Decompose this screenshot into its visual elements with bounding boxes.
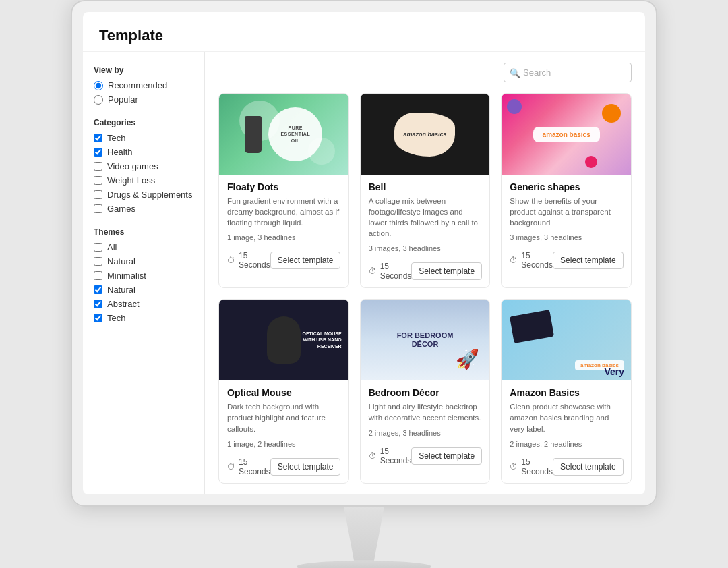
theme-natural[interactable]: Natural bbox=[94, 256, 193, 266]
theme-natural2[interactable]: Natural bbox=[94, 285, 193, 295]
template-duration-bell: 15 Seconds bbox=[380, 262, 412, 281]
select-template-bedroom-decor[interactable]: Select template bbox=[411, 447, 482, 465]
select-template-generic-shapes[interactable]: Select template bbox=[553, 252, 624, 269]
radio-recommended[interactable]: Recommended bbox=[94, 80, 193, 90]
themes-label: Themes bbox=[94, 227, 193, 237]
theme-abstract[interactable]: Abstract bbox=[94, 299, 193, 309]
categories-group: Categories Tech Health Vid bbox=[94, 118, 193, 214]
template-card-bell: amazon basics Bell A collage mix between… bbox=[360, 93, 491, 288]
theme-minimalist-label: Minimalist bbox=[107, 271, 146, 281]
templates-grid: PUREESSENTIALOIL Floaty Dots Fun gradien… bbox=[218, 93, 632, 484]
cat-games[interactable]: Games bbox=[94, 204, 193, 214]
cat-drugs-supplements-label: Drugs & Supplements bbox=[107, 190, 192, 200]
template-meta-bell: 3 images, 3 headlines bbox=[369, 244, 482, 252]
theme-natural-input[interactable] bbox=[94, 257, 102, 266]
floaty-text-box: PUREESSENTIALOIL bbox=[268, 107, 322, 161]
monitor-wrapper: Template View by Recommended bbox=[71, 0, 657, 568]
template-time-amazon-basics: ⏱ 15 Seconds bbox=[510, 457, 553, 476]
thumbnail-amazon-basics: amazon basics Very bbox=[502, 300, 631, 380]
cat-drugs-supplements[interactable]: Drugs & Supplements bbox=[94, 190, 193, 200]
theme-tech[interactable]: Tech bbox=[94, 313, 193, 323]
app-body: View by Recommended Popular bbox=[83, 52, 645, 494]
template-meta-bedroom-decor: 2 images, 3 headlines bbox=[369, 429, 482, 437]
theme-minimalist-input[interactable] bbox=[94, 271, 102, 280]
radio-recommended-label: Recommended bbox=[108, 80, 167, 90]
generic-circle-pink bbox=[585, 156, 597, 168]
cat-video-games[interactable]: Video games bbox=[94, 161, 193, 171]
cat-health-input[interactable] bbox=[94, 148, 102, 157]
template-info-optical-mouse: Optical Mouse Dark tech background with … bbox=[219, 380, 348, 482]
clock-icon-optical-mouse: ⏱ bbox=[227, 462, 235, 472]
template-desc-generic-shapes: Show the benefits of your product agains… bbox=[510, 196, 623, 228]
select-template-amazon-basics[interactable]: Select template bbox=[553, 458, 624, 476]
optical-text: OPTICAL MOUSEWITH USB NANORECEIVER bbox=[302, 331, 341, 349]
theme-natural2-input[interactable] bbox=[94, 285, 102, 294]
cat-games-input[interactable] bbox=[94, 204, 102, 213]
radio-popular-input[interactable] bbox=[94, 95, 103, 105]
theme-all[interactable]: All bbox=[94, 242, 193, 252]
template-name-bedroom-decor: Bedroom Décor bbox=[369, 387, 482, 398]
template-name-bell: Bell bbox=[369, 181, 482, 192]
very-text: Very bbox=[604, 366, 624, 377]
template-footer-amazon-basics: ⏱ 15 Seconds Select template bbox=[510, 455, 623, 476]
template-card-optical-mouse: OPTICAL MOUSEWITH USB NANORECEIVER Optic… bbox=[218, 299, 349, 483]
monitor-screen: Template View by Recommended bbox=[71, 0, 657, 507]
thumbnail-generic-shapes: amazon basics bbox=[502, 94, 631, 175]
theme-tech-input[interactable] bbox=[94, 314, 102, 322]
template-meta-generic-shapes: 3 images, 3 headlines bbox=[510, 233, 623, 242]
template-footer-bedroom-decor: ⏱ 15 Seconds Select template bbox=[369, 444, 482, 465]
thumbnail-bell: amazon basics bbox=[361, 94, 490, 175]
template-time-bell: ⏱ 15 Seconds bbox=[369, 262, 412, 281]
template-card-floaty-dots: PUREESSENTIALOIL Floaty Dots Fun gradien… bbox=[218, 93, 349, 288]
template-card-generic-shapes: amazon basics Generic shapes Show the be… bbox=[501, 93, 632, 288]
optical-mouse-shape bbox=[267, 316, 301, 364]
cat-video-games-input[interactable] bbox=[94, 162, 102, 171]
search-bar-row: 🔍 bbox=[218, 63, 632, 82]
generic-logo-text: amazon basics bbox=[543, 131, 590, 138]
cat-tech[interactable]: Tech bbox=[94, 133, 193, 143]
page-title: Template bbox=[99, 27, 629, 45]
generic-circle-purple bbox=[507, 99, 522, 114]
template-footer-bell: ⏱ 15 Seconds Select template bbox=[369, 259, 482, 281]
cat-weight-loss-input[interactable] bbox=[94, 176, 102, 185]
template-desc-amazon-basics: Clean product showcase with amazon basic… bbox=[510, 401, 623, 434]
cat-health[interactable]: Health bbox=[94, 147, 193, 157]
cat-tech-input[interactable] bbox=[94, 134, 102, 142]
categories-label: Categories bbox=[94, 118, 193, 127]
thumbnail-floaty-dots: PUREESSENTIALOIL bbox=[219, 94, 348, 175]
theme-all-label: All bbox=[107, 242, 117, 252]
radio-popular-label: Popular bbox=[108, 94, 138, 105]
template-card-amazon-basics: amazon basics Very Amazon Basics Clean p… bbox=[501, 299, 632, 483]
clock-icon-bell: ⏱ bbox=[369, 266, 377, 276]
select-template-bell[interactable]: Select template bbox=[411, 262, 482, 280]
template-time-floaty-dots: ⏱ 15 Seconds bbox=[227, 251, 270, 270]
template-desc-bell: A collage mix between footage/lifestye i… bbox=[369, 196, 482, 239]
cat-tech-label: Tech bbox=[107, 133, 125, 143]
template-desc-optical-mouse: Dark tech background with product highli… bbox=[227, 401, 340, 434]
template-name-amazon-basics: Amazon Basics bbox=[510, 387, 623, 398]
themes-group: Themes All Natural Minimal bbox=[94, 227, 193, 323]
radio-popular[interactable]: Popular bbox=[94, 94, 193, 105]
template-meta-optical-mouse: 1 image, 2 headlines bbox=[227, 440, 340, 448]
radio-recommended-input[interactable] bbox=[94, 81, 103, 90]
sidebar: View by Recommended Popular bbox=[83, 52, 204, 494]
search-input-wrapper: 🔍 bbox=[504, 63, 632, 82]
theme-minimalist[interactable]: Minimalist bbox=[94, 271, 193, 281]
theme-all-input[interactable] bbox=[94, 243, 102, 252]
template-time-bedroom-decor: ⏱ 15 Seconds bbox=[369, 447, 412, 465]
search-icon: 🔍 bbox=[510, 67, 520, 78]
select-template-optical-mouse[interactable]: Select template bbox=[270, 458, 341, 476]
monitor-stand-neck bbox=[330, 507, 398, 561]
select-template-floaty-dots[interactable]: Select template bbox=[270, 252, 341, 269]
clock-icon-floaty-dots: ⏱ bbox=[227, 256, 235, 265]
template-name-generic-shapes: Generic shapes bbox=[510, 181, 623, 192]
template-duration-optical-mouse: 15 Seconds bbox=[239, 457, 270, 476]
theme-natural-label: Natural bbox=[107, 256, 135, 266]
template-duration-floaty-dots: 15 Seconds bbox=[239, 251, 270, 270]
search-input[interactable] bbox=[504, 63, 632, 82]
template-duration-bedroom-decor: 15 Seconds bbox=[380, 447, 412, 465]
cat-weight-loss[interactable]: Weight Loss bbox=[94, 175, 193, 186]
cat-drugs-supplements-input[interactable] bbox=[94, 190, 102, 199]
template-desc-floaty-dots: Fun gradient environment with a dreamy b… bbox=[227, 196, 340, 228]
theme-abstract-input[interactable] bbox=[94, 300, 102, 308]
